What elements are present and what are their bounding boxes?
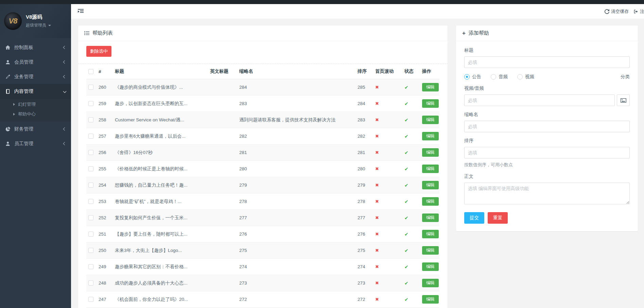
- sidebar-subitem-label: 幻灯管理: [18, 101, 36, 107]
- row-id: 251: [97, 226, 113, 242]
- row-title: 趣步，以创新姿态在巨头垄断的互...: [113, 96, 208, 112]
- sidebar-item-finance[interactable]: 财务管理: [0, 122, 71, 136]
- media-picker-button[interactable]: [617, 95, 630, 106]
- row-checkbox[interactable]: [88, 183, 93, 188]
- row-id: 253: [97, 193, 113, 210]
- slug-field-label: 缩略名: [464, 112, 630, 118]
- row-en-title: [208, 161, 237, 177]
- slug-input[interactable]: [464, 121, 630, 132]
- home-icon: [5, 45, 11, 50]
- sign-out-icon: [633, 9, 638, 14]
- status-icon: ✔: [404, 248, 408, 253]
- row-checkbox[interactable]: [88, 85, 93, 90]
- edit-button[interactable]: 编辑: [422, 279, 439, 287]
- radio-audio[interactable]: 音频: [491, 74, 508, 80]
- edit-button[interactable]: 编辑: [422, 262, 439, 271]
- table-row: 249 趣步糖果和其它的区别：不看价格... 274 274 ✖ ✔ 编辑: [86, 259, 439, 275]
- logout-link[interactable]: 注销: [633, 8, 644, 15]
- sidebar-subitem-slides[interactable]: 幻灯管理: [0, 99, 71, 109]
- category-label: 分类: [621, 74, 630, 80]
- user-role-dropdown[interactable]: 超级管理员: [26, 22, 51, 28]
- row-checkbox[interactable]: [88, 101, 93, 106]
- table-row: 256 《舍得》16分07秒 281 281 ✖ ✔ 编辑: [86, 144, 439, 161]
- sidebar-item-business[interactable]: 业务管理: [0, 69, 71, 84]
- logout-label: 注销: [640, 8, 644, 15]
- edit-button[interactable]: 编辑: [422, 230, 439, 238]
- image-icon: [621, 98, 626, 103]
- row-checkbox[interactable]: [88, 117, 93, 122]
- status-icon: ✔: [404, 134, 408, 139]
- row-checkbox[interactable]: [88, 215, 93, 220]
- row-en-title: [208, 275, 237, 291]
- row-checkbox[interactable]: [88, 199, 93, 204]
- row-en-title: [208, 112, 237, 128]
- edit-button[interactable]: 编辑: [422, 116, 439, 124]
- row-title: 《机会面前，你全力以赴了吗》20...: [113, 291, 208, 308]
- edit-button[interactable]: 编辑: [422, 165, 439, 173]
- sidebar: V8 V8源码 超级管理员 控制面板 会员管理: [0, 4, 71, 308]
- row-checkbox[interactable]: [88, 264, 93, 269]
- media-input[interactable]: [464, 95, 615, 106]
- reset-button[interactable]: 重置: [488, 212, 508, 224]
- row-checkbox[interactable]: [88, 297, 93, 302]
- title-field-label: 标题: [464, 47, 630, 53]
- user-icon: [5, 59, 11, 65]
- home-scroll-icon: ✖: [375, 248, 379, 253]
- select-all-checkbox[interactable]: [88, 69, 93, 74]
- edit-button[interactable]: 编辑: [422, 132, 439, 140]
- title-input[interactable]: [464, 56, 630, 68]
- edit-button[interactable]: 编辑: [422, 181, 439, 189]
- status-icon: ✔: [404, 117, 408, 123]
- sidebar-subitem-help-center[interactable]: 帮助中心: [0, 109, 71, 119]
- row-checkbox[interactable]: [88, 166, 93, 171]
- clear-cache-link[interactable]: 清空缓存: [605, 8, 629, 15]
- page-content: 帮助列表 删除选中 #: [71, 19, 644, 308]
- col-header-title: 标题: [113, 64, 208, 79]
- refresh-icon: [605, 9, 609, 14]
- window-top-strip: [0, 0, 644, 4]
- caret-down-icon: [48, 25, 51, 26]
- radio-announcement[interactable]: 公告: [464, 74, 481, 80]
- row-en-title: [208, 291, 237, 308]
- edit-button[interactable]: 编辑: [422, 83, 439, 91]
- sidebar-toggle-button[interactable]: [74, 4, 87, 19]
- home-scroll-icon: ✖: [375, 101, 379, 106]
- row-checkbox[interactable]: [88, 280, 93, 286]
- edit-button[interactable]: 编辑: [422, 197, 439, 206]
- radio-video[interactable]: 视频: [517, 74, 534, 80]
- sort-help-text: 按数值倒序，可用小数点: [464, 162, 630, 168]
- edit-button[interactable]: 编辑: [422, 148, 439, 157]
- content-textarea[interactable]: [464, 183, 630, 204]
- row-en-title: [208, 144, 237, 161]
- table-row: 253 卷轴就是“矿机”，就是老母鸡！... 278 278 ✖ ✔ 编辑: [86, 193, 439, 210]
- sidebar-item-staff[interactable]: 员工管理: [0, 136, 71, 151]
- row-checkbox[interactable]: [88, 150, 93, 155]
- row-id: 260: [97, 79, 113, 96]
- edit-button[interactable]: 编辑: [422, 99, 439, 108]
- edit-button[interactable]: 编辑: [422, 246, 439, 255]
- row-checkbox[interactable]: [88, 248, 93, 253]
- help-list-panel: 帮助列表 删除选中 #: [78, 25, 448, 308]
- sort-input[interactable]: [464, 147, 630, 158]
- edit-button[interactable]: 编辑: [422, 213, 439, 222]
- table-row: 252 复投复利如何产生价值，一个玉米... 277 277 ✖ ✔ 编辑: [86, 210, 439, 226]
- status-icon: ✔: [404, 150, 408, 155]
- radio-circle-icon: [464, 74, 470, 80]
- edit-button[interactable]: 编辑: [422, 295, 439, 304]
- delete-selected-button[interactable]: 删除选中: [86, 46, 111, 57]
- row-sort: 276: [355, 226, 373, 242]
- add-help-title: 添加帮助: [469, 30, 489, 36]
- col-header-actions: 操作: [420, 64, 439, 79]
- sidebar-item-content[interactable]: 内容管理: [0, 84, 71, 99]
- sidebar-item-dashboard[interactable]: 控制面板: [0, 40, 71, 55]
- chevron-down-icon: [63, 90, 67, 93]
- status-icon: ✔: [404, 101, 408, 106]
- sidebar-item-members[interactable]: 会员管理: [0, 55, 71, 69]
- row-checkbox[interactable]: [88, 134, 93, 139]
- row-checkbox[interactable]: [88, 232, 93, 237]
- row-title: 想赚钱的，自己量力上任务吧！趣...: [113, 177, 208, 193]
- chevron-left-icon: [63, 75, 67, 79]
- row-slug: 275: [237, 242, 355, 259]
- table-row: 248 成功的趣步人必须具备的十大心态... 273 273 ✖ ✔ 编辑: [86, 275, 439, 291]
- submit-button[interactable]: 提交: [464, 212, 484, 224]
